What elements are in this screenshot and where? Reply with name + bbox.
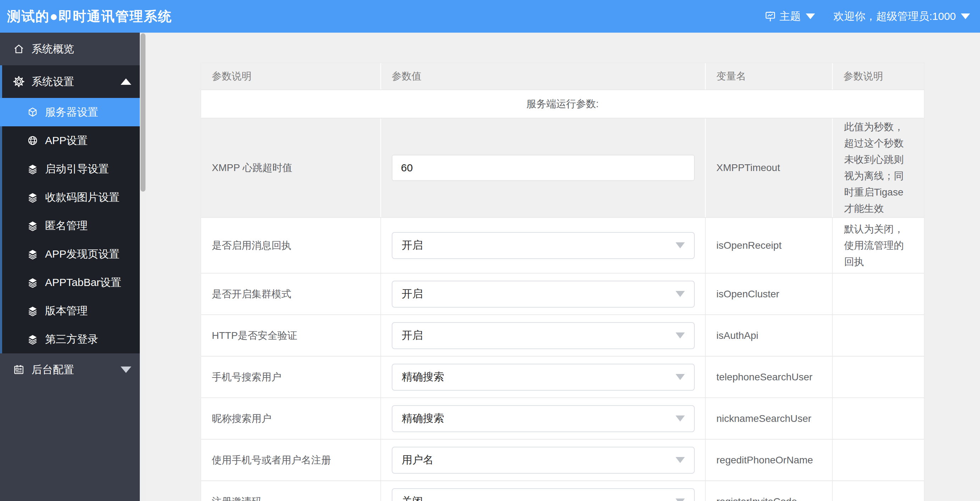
app-window: 测试的●即时通讯管理系统 主题 欢迎你，超级管理员:1000 系统概览 系统设置 [0, 0, 980, 501]
param-description [833, 372, 856, 382]
sidebar-item-launch-guide[interactable]: 启动引导设置 [0, 155, 140, 183]
param-description [833, 455, 856, 465]
param-label: 是否启用消息回执 [212, 239, 291, 252]
param-description: 默认为关闭，使用流管理的回执 [833, 218, 923, 273]
receipt-select[interactable]: 开启 [392, 232, 695, 259]
table-row: HTTP是否安全验证 开启 isAuthApi [201, 315, 924, 356]
register-mode-select[interactable]: 用户名 [392, 447, 695, 474]
column-header: 参数说明 [212, 70, 251, 83]
param-description: 此值为秒数，超过这个秒数未收到心跳则视为离线；同时重启Tigase才能生效 [833, 119, 923, 217]
top-header-bar: 测试的●即时通讯管理系统 主题 欢迎你，超级管理员:1000 [0, 0, 980, 33]
param-label: 使用手机号或者用户名注册 [212, 453, 331, 467]
table-row: 是否开启集群模式 开启 isOpenCluster [201, 274, 924, 315]
xmpp-timeout-input[interactable] [392, 155, 695, 181]
sidebar-item-payment-code-image[interactable]: 收款码图片设置 [0, 183, 140, 212]
layers-icon [27, 305, 38, 316]
cube-icon [27, 107, 38, 118]
param-label: 手机号搜索用户 [212, 371, 282, 384]
variable-name: isOpenReceipt [716, 240, 782, 251]
layers-icon [27, 164, 38, 174]
chevron-down-icon [676, 374, 685, 380]
layers-icon [27, 192, 38, 203]
layers-icon [27, 334, 38, 345]
sidebar-scrollbar-thumb[interactable] [140, 33, 145, 192]
table-row: 注册邀请码 关闭 registerInviteCode [201, 481, 924, 501]
param-description [833, 414, 856, 424]
section-title: 服务端运行参数: [527, 97, 599, 111]
sidebar-item-app-discover-page[interactable]: APP发现页设置 [0, 240, 140, 268]
chevron-down-icon [676, 498, 685, 501]
variable-name: regeditPhoneOrName [716, 455, 813, 466]
chevron-down-icon [676, 332, 685, 339]
sidebar-item-version-management[interactable]: 版本管理 [0, 297, 140, 325]
layers-icon [27, 220, 38, 231]
sidebar-scrollbar-track[interactable] [140, 33, 146, 501]
variable-name: registerInviteCode [716, 496, 797, 501]
table-row: 手机号搜索用户 精确搜索 telephoneSearchUser [201, 356, 924, 398]
variable-name: isOpenCluster [716, 288, 779, 300]
telephone-search-select[interactable]: 精确搜索 [392, 364, 695, 391]
column-header: 参数值 [392, 70, 422, 83]
table-row: 是否启用消息回执 开启 isOpenReceipt 默认为关闭，使用流管理的回执 [201, 218, 924, 274]
globe-icon [27, 135, 38, 146]
sidebar-item-anonymous-management[interactable]: 匿名管理 [0, 212, 140, 240]
chevron-up-icon [121, 78, 131, 85]
table-row: 使用手机号或者用户名注册 用户名 regeditPhoneOrName [201, 440, 924, 481]
param-label: 昵称搜索用户 [212, 412, 271, 425]
layers-icon [27, 277, 38, 288]
chevron-down-icon [121, 366, 131, 373]
auth-api-select[interactable]: 开启 [392, 322, 695, 349]
sidebar-nav: 系统概览 系统设置 服务器设置 APP设置 启动引导设置 收款码图片设置 [0, 33, 140, 501]
chevron-down-icon [676, 415, 685, 421]
parameters-table: 参数说明 参数值 变量名 参数说明 服务端运行参数: XMPP 心跳超时值 XM… [200, 62, 925, 501]
theme-board-icon [765, 11, 776, 22]
param-description [833, 289, 856, 299]
cluster-select[interactable]: 开启 [392, 281, 695, 308]
welcome-text: 欢迎你，超级管理员:1000 [834, 9, 956, 24]
column-header: 变量名 [716, 70, 746, 83]
home-icon [13, 43, 24, 55]
invite-code-select[interactable]: 关闭 [392, 488, 695, 501]
variable-name: isAuthApi [716, 330, 758, 341]
sidebar-item-system-overview[interactable]: 系统概览 [0, 33, 140, 65]
clipboard-icon [13, 364, 24, 375]
table-header-row: 参数说明 参数值 变量名 参数说明 [201, 63, 924, 90]
table-row: XMPP 心跳超时值 XMPPTimeout 此值为秒数，超过这个秒数未收到心跳… [201, 119, 924, 218]
sidebar-item-server-settings[interactable]: 服务器设置 [0, 98, 140, 126]
chevron-down-icon [806, 13, 815, 19]
sidebar-item-app-tabbar-settings[interactable]: APPTabBar设置 [0, 268, 140, 297]
param-description [833, 497, 856, 501]
chevron-down-icon [676, 291, 685, 297]
chevron-down-icon [676, 242, 685, 248]
table-row: 昵称搜索用户 精确搜索 nicknameSearchUser [201, 398, 924, 440]
table-section-row: 服务端运行参数: [201, 90, 924, 119]
param-label: 是否开启集群模式 [212, 288, 291, 301]
user-menu[interactable]: 欢迎你，超级管理员:1000 [834, 9, 970, 24]
sidebar-item-app-settings[interactable]: APP设置 [0, 126, 140, 155]
sidebar-group-system-settings[interactable]: 系统设置 [0, 65, 140, 98]
param-description [833, 331, 856, 340]
sidebar-item-third-party-login[interactable]: 第三方登录 [0, 325, 140, 353]
param-label: 注册邀请码 [212, 495, 261, 501]
sidebar-submenu-system-settings: 服务器设置 APP设置 启动引导设置 收款码图片设置 匿名管理 APP发现页设置 [0, 98, 140, 353]
sidebar-group-backend-config[interactable]: 后台配置 [0, 353, 140, 386]
param-label: HTTP是否安全验证 [212, 329, 298, 342]
variable-name: nicknameSearchUser [716, 413, 811, 425]
column-header: 参数说明 [843, 70, 883, 83]
nickname-search-select[interactable]: 精确搜索 [392, 405, 695, 432]
theme-label: 主题 [780, 9, 801, 24]
variable-name: XMPPTimeout [716, 162, 780, 173]
chevron-down-icon [961, 13, 970, 19]
app-title: 测试的●即时通讯管理系统 [7, 8, 172, 25]
chevron-down-icon [676, 457, 685, 463]
variable-name: telephoneSearchUser [716, 372, 813, 383]
theme-menu[interactable]: 主题 [765, 9, 815, 24]
gear-icon [13, 76, 24, 87]
layers-icon [27, 249, 38, 259]
main-content: 参数说明 参数值 变量名 参数说明 服务端运行参数: XMPP 心跳超时值 XM… [146, 33, 980, 501]
param-label: XMPP 心跳超时值 [212, 161, 293, 175]
